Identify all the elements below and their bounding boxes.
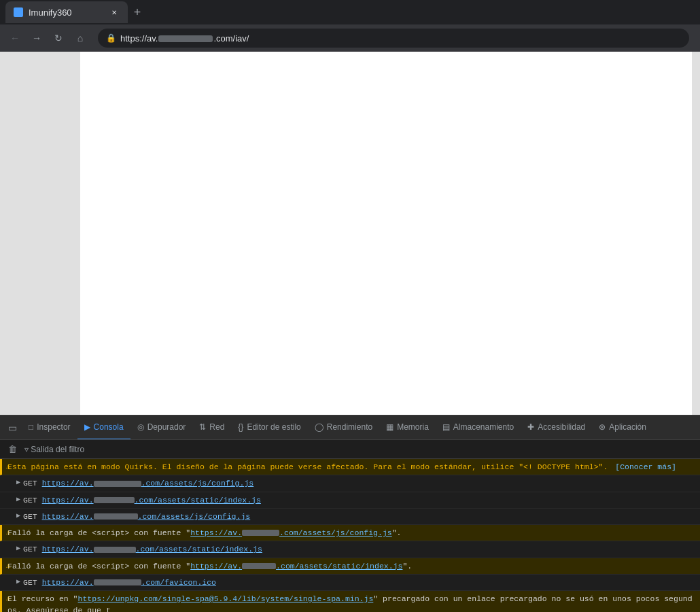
console-filter-bar: 🗑 ▿ Salida del filtro bbox=[0, 440, 700, 459]
tab-favicon bbox=[14, 7, 23, 17]
url-link[interactable]: https://av..com/assets/js/config.js bbox=[42, 512, 251, 521]
console-icon: ▶ bbox=[84, 422, 90, 432]
devtools-dock-button[interactable]: ▭ bbox=[3, 418, 22, 437]
console-entry-text: GET https://av..com/assets/static/index.… bbox=[23, 543, 695, 555]
accessibility-icon: ✚ bbox=[527, 422, 534, 432]
browser-window: ▭ □ Inspector ▶ Consola ◎ Depurador ⇅ Re… bbox=[0, 52, 700, 612]
tab-storage-label: Almacenamiento bbox=[453, 422, 514, 432]
address-text: https://av..com/iav/ bbox=[120, 33, 249, 44]
tab-style-editor[interactable]: {} Editor de estilo bbox=[231, 415, 307, 440]
url-link[interactable]: https://av..com/assets/static/index.js bbox=[42, 545, 262, 554]
console-entry-get-4: ▶ GET https://av..com/assets/static/inde… bbox=[0, 541, 700, 558]
tab-network-label: Red bbox=[209, 422, 224, 432]
url-link[interactable]: https://av..com/assets/static/index.js bbox=[190, 562, 402, 571]
tab-performance[interactable]: ◯ Rendimiento bbox=[308, 415, 379, 440]
devtools-toolbar: ▭ □ Inspector ▶ Consola ◎ Depurador ⇅ Re… bbox=[0, 415, 700, 440]
tab-console[interactable]: ▶ Consola bbox=[77, 415, 130, 440]
reload-icon: ↻ bbox=[54, 33, 63, 44]
security-icon: 🔒 bbox=[106, 33, 116, 43]
console-entry-get-5: ▶ GET https://av..com/favicon.ico bbox=[0, 575, 700, 591]
home-icon: ⌂ bbox=[77, 33, 83, 44]
clear-console-button[interactable]: 🗑 bbox=[5, 443, 19, 456]
address-bar[interactable]: 🔒 https://av..com/iav/ bbox=[98, 29, 689, 48]
network-icon: ⇅ bbox=[199, 422, 206, 432]
style-editor-icon: {} bbox=[238, 422, 243, 432]
tab-inspector[interactable]: □ Inspector bbox=[22, 415, 77, 440]
console-entry-text: Esta página está en modo Quirks. El dise… bbox=[7, 461, 695, 473]
expand-arrow[interactable]: ▶ bbox=[16, 478, 20, 486]
filter-label: ▿ Salida del filtro bbox=[24, 445, 84, 454]
console-entry-error-1: ⚠ Falló la carga de <script> con fuente … bbox=[0, 525, 700, 541]
warning-icon: ⚠ bbox=[6, 594, 11, 602]
active-tab[interactable]: Imunify360 ✕ bbox=[5, 1, 128, 23]
warning-icon: ⚠ bbox=[6, 561, 11, 570]
home-button[interactable]: ⌂ bbox=[71, 29, 90, 48]
storage-icon: ▤ bbox=[442, 422, 450, 432]
page-area bbox=[0, 52, 700, 415]
back-button[interactable]: ← bbox=[5, 29, 24, 48]
console-entry-get-3: ▶ GET https://av..com/assets/js/config.j… bbox=[0, 509, 700, 525]
new-tab-button[interactable]: + bbox=[128, 3, 147, 22]
expand-arrow[interactable]: ▶ bbox=[16, 544, 20, 552]
console-entry-warn-1: ⚠ El recurso en "https://unpkg.com/singl… bbox=[0, 591, 700, 612]
tab-title: Imunify360 bbox=[29, 7, 72, 18]
tab-accessibility[interactable]: ✚ Accesibilidad bbox=[521, 415, 592, 440]
console-entry-text: GET https://av..com/favicon.ico bbox=[23, 577, 695, 588]
console-entry-text: GET https://av..com/assets/js/config.js bbox=[23, 511, 695, 522]
url-link[interactable]: https://av..com/assets/static/index.js bbox=[42, 496, 261, 505]
performance-icon: ◯ bbox=[315, 422, 323, 432]
memory-icon: ▦ bbox=[386, 422, 393, 432]
url-link[interactable]: https://av..com/assets/js/config.js bbox=[190, 528, 392, 537]
tab-debugger-label: Depurador bbox=[147, 422, 186, 432]
tab-console-label: Consola bbox=[94, 422, 124, 432]
tab-memory-label: Memoria bbox=[397, 422, 429, 432]
reload-button[interactable]: ↻ bbox=[49, 29, 68, 48]
learn-more-link[interactable]: [Conocer más] bbox=[615, 462, 676, 471]
expand-arrow[interactable]: ▶ bbox=[16, 511, 20, 520]
expand-arrow[interactable]: ▶ bbox=[16, 495, 20, 503]
url-link[interactable]: https://av..com/favicon.ico bbox=[42, 578, 216, 587]
console-entry-text: Falló la carga de <script> con fuente "h… bbox=[7, 560, 695, 572]
scrollbar[interactable] bbox=[692, 52, 700, 415]
console-entry-get-1: ▶ GET https://av..com/assets/js/config.j… bbox=[0, 475, 700, 492]
console-entry-text: GET https://av..com/assets/js/config.js bbox=[23, 477, 695, 489]
tab-accessibility-label: Accesibilidad bbox=[538, 422, 585, 432]
tab-style-editor-label: Editor de estilo bbox=[247, 422, 300, 432]
tab-performance-label: Rendimiento bbox=[327, 422, 372, 432]
tab-storage[interactable]: ▤ Almacenamiento bbox=[436, 415, 521, 440]
forward-icon: → bbox=[32, 33, 41, 44]
warning-icon: ⚠ bbox=[6, 528, 11, 537]
devtools-panel: ▭ □ Inspector ▶ Consola ◎ Depurador ⇅ Re… bbox=[0, 415, 700, 612]
tab-bar: Imunify360 ✕ + bbox=[5, 1, 695, 23]
inspector-icon: □ bbox=[29, 422, 33, 432]
page-content bbox=[80, 52, 692, 415]
tab-application[interactable]: ⊛ Aplicación bbox=[592, 415, 653, 440]
console-entry-text: El recurso en "https://unpkg.com/single-… bbox=[7, 593, 695, 612]
tab-close-button[interactable]: ✕ bbox=[109, 7, 120, 18]
url-link[interactable]: https://unpkg.com/single-spa@5.9.4/lib/s… bbox=[78, 594, 374, 603]
debugger-icon: ◎ bbox=[137, 422, 144, 432]
console-entry-text: GET https://av..com/assets/static/index.… bbox=[23, 494, 695, 506]
tab-inspector-label: Inspector bbox=[37, 422, 70, 432]
browser-titlebar: Imunify360 ✕ + bbox=[0, 0, 700, 24]
back-icon: ← bbox=[10, 33, 20, 44]
dock-icon: ▭ bbox=[8, 422, 17, 433]
console-entry-get-2: ▶ GET https://av..com/assets/static/inde… bbox=[0, 492, 700, 509]
console-output[interactable]: ⚠ Esta página está en modo Quirks. El di… bbox=[0, 459, 700, 612]
expand-arrow[interactable]: ▶ bbox=[16, 577, 20, 585]
navigation-bar: ← → ↻ ⌂ 🔒 https://av..com/iav/ bbox=[0, 24, 700, 52]
trash-icon: 🗑 bbox=[8, 444, 17, 454]
page-sidebar bbox=[0, 52, 80, 415]
tab-debugger[interactable]: ◎ Depurador bbox=[130, 415, 193, 440]
tab-memory[interactable]: ▦ Memoria bbox=[379, 415, 436, 440]
filter-icon: ▿ bbox=[24, 445, 29, 454]
forward-button[interactable]: → bbox=[27, 29, 46, 48]
console-entry-quirks: ⚠ Esta página está en modo Quirks. El di… bbox=[0, 459, 700, 475]
console-entry-error-2: ⚠ Falló la carga de <script> con fuente … bbox=[0, 558, 700, 575]
url-link[interactable]: https://av..com/assets/js/config.js bbox=[42, 479, 254, 488]
application-icon: ⊛ bbox=[599, 422, 606, 432]
console-entry-text: Falló la carga de <script> con fuente "h… bbox=[7, 527, 695, 539]
warning-icon: ⚠ bbox=[6, 462, 11, 471]
tab-application-label: Aplicación bbox=[609, 422, 646, 432]
tab-network[interactable]: ⇅ Red bbox=[192, 415, 231, 440]
